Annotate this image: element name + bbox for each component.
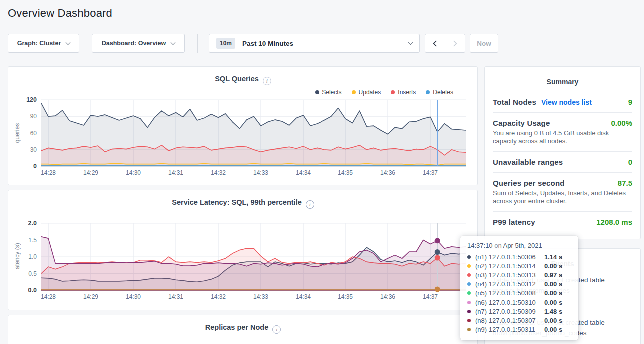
node-latency-value: 0.97 s — [544, 271, 562, 279]
time-range-label: Past 10 Minutes — [242, 40, 293, 47]
tooltip-row: (n3) 127.0.0.1:503130.97 s — [467, 270, 571, 279]
tooltip-row: (n9) 127.0.0.1:503110.00 s — [467, 325, 571, 334]
node-latency-value: 0.00 s — [544, 280, 562, 288]
graph-dropdown-label: Graph: Cluster — [17, 40, 61, 47]
node-latency-value: 0.00 s — [544, 299, 562, 306]
node-color-dot — [467, 301, 471, 304]
dashboard-dropdown[interactable]: Dashboard: Overview — [92, 34, 185, 53]
svg-text:0.0: 0.0 — [28, 287, 37, 294]
svg-text:14:28: 14:28 — [41, 293, 56, 300]
node-color-dot — [467, 255, 471, 259]
summary-value: 0.00% — [611, 119, 632, 127]
tooltip-header: 14:37:10 on Apr 5th, 2021 — [467, 242, 571, 249]
svg-text:14:30: 14:30 — [126, 169, 141, 176]
svg-text:60: 60 — [30, 130, 37, 137]
info-icon[interactable]: i — [263, 77, 271, 85]
tooltip-date: Apr 5th, 2021 — [503, 242, 542, 249]
now-button[interactable]: Now — [470, 34, 498, 53]
svg-text:14:30: 14:30 — [126, 293, 141, 300]
summary-row-head: Capacity Usage0.00% — [493, 119, 632, 127]
summary-label: Capacity Usage — [493, 119, 550, 127]
svg-text:14:37: 14:37 — [423, 169, 438, 176]
legend-item: Updates — [352, 89, 381, 96]
svg-text:14:29: 14:29 — [83, 169, 98, 176]
hover-tooltip: 14:37:10 on Apr 5th, 2021 (n1) 127.0.0.1… — [460, 236, 578, 340]
node-latency-value: 0.00 s — [544, 326, 562, 333]
node-color-dot — [467, 310, 471, 313]
svg-text:90: 90 — [30, 113, 37, 120]
svg-text:14:33: 14:33 — [253, 169, 268, 176]
node-latency-value: 1.48 s — [544, 308, 562, 315]
chart-title-text: Service Latency: SQL, 99th percentile — [172, 198, 302, 206]
summary-row-head: P99 latency1208.0 ms — [493, 218, 632, 226]
summary-row: P99 latency1208.0 ms — [493, 212, 632, 232]
tooltip-time: 14:37:10 — [467, 242, 493, 249]
prev-interval-button[interactable] — [425, 34, 445, 53]
chevron-down-icon — [171, 40, 176, 45]
svg-text:14:31: 14:31 — [168, 293, 183, 300]
info-icon[interactable]: i — [272, 325, 281, 334]
legend-dot — [352, 90, 356, 94]
node-color-dot — [467, 264, 471, 268]
graph-dropdown[interactable]: Graph: Cluster — [8, 34, 79, 53]
node-color-dot — [467, 319, 471, 322]
node-latency-value: 0.00 s — [544, 289, 562, 297]
summary-value: 1208.0 ms — [596, 218, 632, 226]
info-icon[interactable]: i — [306, 200, 314, 209]
view-nodes-link[interactable]: View nodes list — [541, 98, 592, 106]
chart-title: SQL Queriesi — [8, 75, 477, 85]
legend-label: Updates — [359, 89, 381, 96]
summary-subtext: Sum of Selects, Updates, Inserts, and De… — [493, 189, 632, 205]
toolbar: Graph: Cluster Dashboard: Overview 10m P… — [8, 34, 498, 53]
node-color-dot — [467, 273, 471, 277]
node-label: (n8) 127.0.0.1:50307 — [475, 317, 544, 324]
chart-legend: SelectsUpdatesInsertsDeletes — [315, 89, 453, 96]
interval-button-group — [425, 34, 465, 53]
summary-subtext: You are using 0 B of 4.5 GiB usable disk… — [493, 129, 632, 145]
summary-row: Unavailable ranges0 — [493, 152, 632, 173]
node-label: (n5) 127.0.0.1:50308 — [475, 289, 544, 297]
chart-title-text: Replicas per Node — [205, 323, 269, 331]
summary-value: 0 — [628, 158, 632, 166]
tooltip-row: (n8) 127.0.0.1:503070.00 s — [467, 316, 571, 325]
summary-row-head: Unavailable ranges0 — [493, 158, 632, 166]
tooltip-row: (n7) 127.0.0.1:503091.48 s — [467, 307, 571, 316]
page-title: Overview Dashboard — [8, 7, 112, 20]
node-color-dot — [467, 328, 471, 331]
summary-rows: Total NodesView nodes list9Capacity Usag… — [485, 92, 640, 232]
svg-text:0: 0 — [33, 163, 37, 170]
legend-item: Inserts — [391, 89, 416, 96]
chart-title: Service Latency: SQL, 99th percentilei — [8, 198, 477, 209]
chevron-down-icon — [408, 40, 413, 45]
summary-value: 87.5 — [618, 179, 632, 187]
tooltip-row: (n6) 127.0.0.1:503100.00 s — [467, 298, 571, 307]
svg-text:queries: queries — [14, 123, 21, 143]
service-latency-card: 14:2814:2914:3014:3114:3214:3314:3414:35… — [8, 190, 478, 310]
dashboard-dropdown-label: Dashboard: Overview — [102, 40, 166, 47]
tooltip-row: (n2) 127.0.0.1:503140.00 s — [467, 261, 571, 270]
svg-text:14:32: 14:32 — [211, 293, 226, 300]
node-latency-value: 0.00 s — [544, 262, 562, 270]
node-label: (n1) 127.0.0.1:50306 — [475, 253, 544, 261]
svg-text:30: 30 — [30, 146, 37, 153]
summary-row-head: Total NodesView nodes list9 — [493, 98, 632, 106]
chevron-down-icon — [66, 40, 71, 45]
node-label: (n7) 127.0.0.1:50309 — [475, 308, 544, 315]
time-range-dropdown[interactable]: 10m Past 10 Minutes — [209, 34, 420, 53]
svg-text:14:36: 14:36 — [380, 169, 395, 176]
node-label: (n9) 127.0.0.1:50311 — [475, 326, 544, 333]
svg-text:14:34: 14:34 — [296, 293, 311, 300]
next-interval-button[interactable] — [445, 34, 465, 53]
svg-text:14:28: 14:28 — [41, 169, 56, 176]
svg-text:1.0: 1.0 — [28, 253, 37, 260]
node-latency-value: 1.14 s — [544, 253, 562, 261]
chart-title-text: SQL Queries — [215, 75, 259, 83]
legend-item: Deletes — [426, 89, 453, 96]
tooltip-row: (n4) 127.0.0.1:503120.00 s — [467, 280, 571, 289]
legend-dot — [426, 90, 430, 94]
toolbar-divider — [197, 34, 198, 53]
node-color-dot — [467, 291, 471, 295]
summary-label: Unavailable ranges — [493, 158, 563, 166]
svg-text:0.5: 0.5 — [28, 270, 37, 277]
svg-text:14:33: 14:33 — [253, 293, 268, 300]
